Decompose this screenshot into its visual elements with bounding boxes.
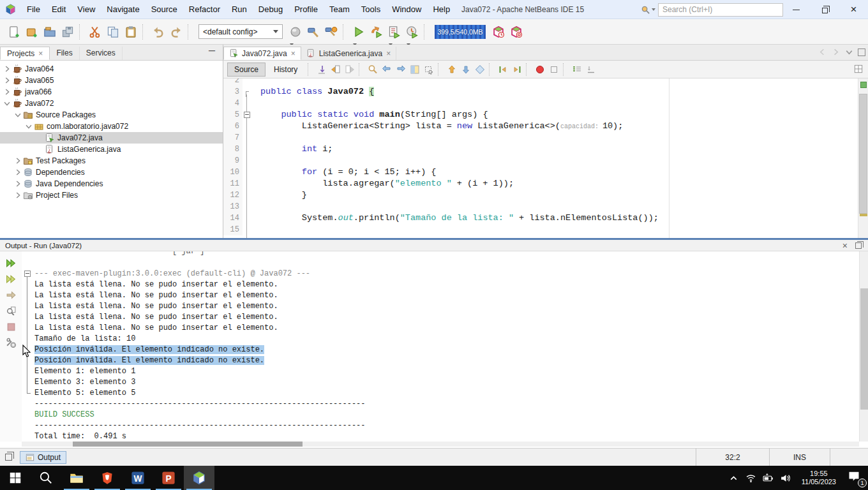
chevron-up-icon[interactable] — [728, 473, 739, 484]
notifications-button[interactable]: 1 — [848, 470, 864, 486]
shift-right-button[interactable] — [510, 63, 524, 77]
menu-profile[interactable]: Profile — [288, 0, 324, 19]
taskbar-start[interactable] — [0, 466, 31, 490]
taskbar-word[interactable]: W — [123, 466, 153, 490]
prev-occ-button[interactable] — [380, 63, 394, 77]
panel-minimize-button[interactable] — [209, 46, 216, 56]
float-window-icon[interactable] — [855, 242, 862, 249]
view-button-history[interactable]: History — [267, 63, 304, 77]
back-button[interactable] — [329, 63, 343, 77]
rerun-params-button[interactable] — [4, 272, 18, 286]
menu-debug[interactable]: Debug — [253, 0, 288, 19]
bm-prev-button[interactable] — [445, 63, 459, 77]
battery-icon[interactable] — [763, 473, 774, 484]
editor-tab-java072-java[interactable]: Java072.java — [223, 47, 301, 60]
taskbar-search[interactable] — [31, 466, 61, 490]
minimize-button[interactable] — [782, 0, 811, 19]
maximize-editor-icon[interactable] — [858, 48, 865, 56]
profile-clock-button[interactable] — [404, 24, 421, 40]
stop-square-button[interactable] — [547, 63, 561, 77]
menu-edit[interactable]: Edit — [46, 0, 71, 19]
output-vscrollbar-thumb[interactable] — [860, 288, 868, 410]
taskbar-brave[interactable] — [92, 466, 123, 490]
close-button[interactable] — [839, 0, 868, 19]
tree-item-java-dependencies[interactable]: Java Dependencies — [0, 178, 223, 189]
menu-navigate[interactable]: Navigate — [101, 0, 145, 19]
undo-button[interactable] — [150, 24, 167, 40]
comment-button[interactable] — [570, 63, 584, 77]
split-window-icon[interactable] — [854, 64, 863, 73]
debug-button[interactable] — [368, 24, 385, 40]
build-button[interactable] — [305, 24, 322, 40]
menu-run[interactable]: Run — [226, 0, 253, 19]
taskbar-explorer[interactable] — [61, 466, 92, 490]
close-tab-icon[interactable] — [291, 49, 296, 58]
tree-item-test-packages[interactable]: Test Packages — [0, 155, 223, 167]
clean-build-button[interactable] — [323, 24, 340, 40]
tab-list-chevron-icon[interactable] — [844, 47, 854, 57]
next-occ-button[interactable] — [394, 63, 408, 77]
run-button[interactable] — [350, 24, 367, 40]
redo-button[interactable] — [168, 24, 184, 40]
rerun-button[interactable] — [4, 256, 18, 270]
tree-item-project-files[interactable]: Project Files — [0, 189, 223, 201]
rect-select-button[interactable] — [422, 63, 436, 77]
close-tab-icon[interactable] — [386, 49, 391, 58]
output-hscrollbar[interactable] — [22, 442, 859, 447]
tree-item-java072-java[interactable]: Java072.java — [0, 132, 223, 144]
restore-window-group-icon[interactable] — [5, 454, 12, 461]
gc-stop-button[interactable] — [508, 24, 525, 40]
save-all-button[interactable] — [59, 24, 76, 40]
menu-team[interactable]: Team — [324, 0, 355, 19]
gc-time-button[interactable] — [490, 24, 507, 40]
tab-services[interactable]: Services — [80, 47, 123, 60]
taskbar-powerpoint[interactable]: P — [153, 466, 184, 490]
tree-item-java064[interactable]: Java064 — [0, 63, 223, 75]
shift-left-button[interactable] — [496, 63, 510, 77]
search-icon[interactable] — [641, 5, 650, 15]
paste-button[interactable] — [123, 24, 139, 40]
chevron-down-icon[interactable] — [652, 8, 655, 11]
chevron-right-icon[interactable] — [13, 168, 22, 177]
tree-item-dependencies[interactable]: Dependencies — [0, 167, 223, 178]
copy-button[interactable] — [105, 24, 121, 40]
chevron-right-icon[interactable] — [13, 191, 22, 200]
scroll-tabs-left-icon[interactable] — [818, 47, 827, 57]
config-select[interactable]: <default config> — [198, 24, 283, 39]
toggle-highlight-button[interactable] — [408, 63, 422, 77]
memory-indicator[interactable]: 399,5/540,0MB — [435, 25, 486, 39]
editor-scrollbar[interactable] — [858, 78, 868, 238]
wifi-icon[interactable] — [745, 473, 756, 484]
profile-button[interactable] — [386, 24, 403, 40]
globe-button[interactable] — [287, 24, 304, 40]
search-input[interactable] — [658, 3, 783, 17]
chevron-right-icon[interactable] — [3, 87, 11, 96]
tree-item-source-packages[interactable]: Source Packages — [0, 109, 223, 121]
taskbar-clock[interactable]: 19:55 11/05/2023 — [802, 470, 836, 486]
bm-next-button[interactable] — [459, 63, 473, 77]
tree-item-java066[interactable]: java066 — [0, 86, 223, 98]
open-project-button[interactable] — [41, 24, 58, 40]
output-vscrollbar[interactable] — [859, 251, 868, 442]
fold-collapse-icon[interactable] — [24, 271, 31, 277]
chevron-right-icon[interactable] — [3, 76, 11, 85]
cut-button[interactable] — [87, 24, 103, 40]
menu-file[interactable]: File — [21, 0, 46, 19]
tree-item-java065[interactable]: Java065 — [0, 75, 223, 86]
chevron-right-icon[interactable] — [3, 64, 11, 73]
fold-collapse-icon[interactable] — [244, 112, 250, 118]
bm-toggle-button[interactable] — [473, 63, 487, 77]
tree-item-java072[interactable]: Java072 — [0, 98, 223, 109]
run-arrow-button[interactable] — [4, 288, 18, 302]
stop-run-button[interactable] — [4, 320, 18, 334]
output-console[interactable]: [ jar ]--- exec-maven-plugin:3.0.0:exec … — [22, 251, 859, 442]
output-minimized-tab[interactable]: Output — [20, 451, 66, 464]
forward-button[interactable] — [343, 63, 357, 77]
output-hscrollbar-thumb[interactable] — [73, 442, 303, 447]
find-output-button[interactable] — [4, 304, 18, 318]
chevron-down-icon[interactable] — [13, 110, 22, 119]
close-tab-icon[interactable] — [38, 49, 43, 58]
editor-tab-listagenerica-java[interactable]: ListaGenerica.java — [301, 47, 396, 60]
menu-help[interactable]: Help — [427, 0, 456, 19]
new-project-button[interactable] — [24, 24, 40, 40]
